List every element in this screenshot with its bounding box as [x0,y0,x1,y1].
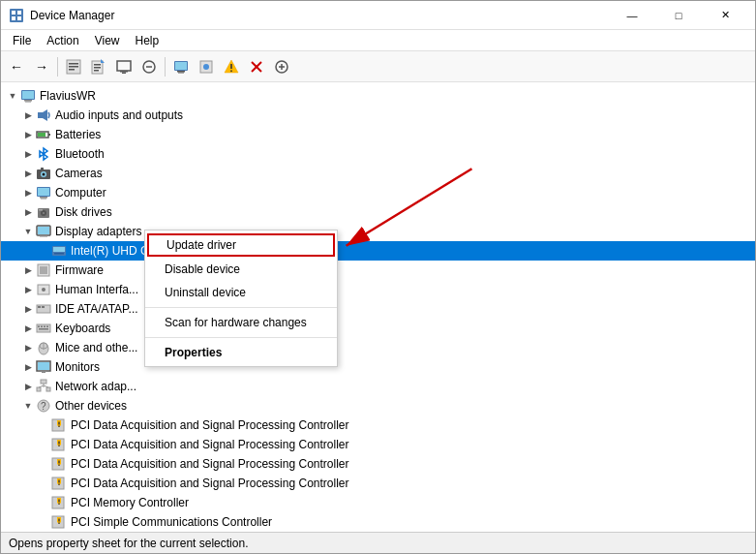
tree-panel[interactable]: ▼ FlaviusWR ▶ [1,82,755,532]
bluetooth-label: Bluetooth [55,147,105,161]
expand-computer: ▶ [20,185,36,200]
expand-hid: ▶ [20,282,36,297]
svg-rect-4 [17,16,21,20]
tree-hid[interactable]: ▶ Human Interfa... [1,280,755,299]
computer-node-icon [36,185,51,200]
tree-intel-gpu[interactable]: Intel(R) UHD Graphics 630 [1,241,755,261]
warning-device-icon-4 [51,476,67,491]
minimize-button[interactable]: — [610,1,654,30]
tree-pci2[interactable]: PCI Data Acquisition and Signal Processi… [1,435,755,454]
svg-rect-14 [117,61,131,71]
firmware-label: Firmware [55,263,104,277]
keyboards-label: Keyboards [55,322,110,335]
tree-bluetooth[interactable]: ▶ Bluetooth [1,144,755,164]
expand-mice: ▶ [20,340,36,355]
tree-cameras[interactable]: ▶ Cameras [1,164,755,183]
svg-rect-8 [69,69,75,71]
computer-icon [20,88,36,104]
tree-other[interactable]: ▼ ? Other devices [1,396,755,416]
toolbar-device[interactable] [195,55,218,78]
svg-rect-41 [38,133,45,137]
context-disable-device[interactable]: Disable device [145,258,337,281]
svg-rect-78 [38,362,49,370]
display-label: Display adapters [55,225,141,238]
tree-firmware[interactable]: ▶ Firmware [1,261,755,280]
tree-monitors[interactable]: ▶ Monitors [1,357,755,377]
toolbar-warning[interactable] [220,55,243,78]
tree-pci1[interactable]: PCI Data Acquisition and Signal Processi… [1,416,755,435]
tree-audio[interactable]: ▶ Audio inputs and outputs [1,106,755,125]
pci4-label: PCI Data Acquisition and Signal Processi… [71,477,348,490]
pci2-label: PCI Data Acquisition and Signal Processi… [71,438,348,451]
pci1-label: PCI Data Acquisition and Signal Processi… [71,418,348,432]
svg-rect-36 [25,102,31,103]
tree-pci3[interactable]: PCI Data Acquisition and Signal Processi… [1,454,755,474]
toolbar-computer[interactable] [169,55,193,78]
expand-firmware: ▶ [20,262,36,278]
tree-root[interactable]: ▼ FlaviusWR [1,86,755,106]
context-scan-changes[interactable]: Scan for hardware changes [145,311,337,334]
svg-point-24 [203,64,209,70]
svg-rect-46 [41,168,44,170]
svg-marker-38 [43,109,47,121]
menu-help[interactable]: Help [128,32,167,49]
tree-ide[interactable]: ▶ IDE ATA/ATAP... [1,299,755,319]
tree-display[interactable]: ▼ Display adapters [1,222,755,241]
menu-bar: File Action View Help [1,30,755,51]
svg-rect-49 [40,197,47,199]
tree-pci4[interactable]: PCI Data Acquisition and Signal Processi… [1,474,755,493]
toolbar-update[interactable] [87,55,110,78]
svg-rect-100 [58,465,59,466]
context-uninstall-device[interactable]: Uninstall device [145,281,337,304]
svg-rect-112 [58,523,59,524]
svg-rect-1 [12,11,15,15]
close-button[interactable]: ✕ [703,1,747,30]
toolbar-uninstall[interactable] [137,55,161,78]
toolbar-forward[interactable]: → [30,55,53,78]
menu-action[interactable]: Action [39,32,86,49]
svg-rect-59 [53,247,65,252]
menu-file[interactable]: File [5,32,39,49]
svg-rect-66 [38,306,41,308]
monitor-icon [36,359,51,375]
expand-network: ▶ [20,379,36,394]
tree-keyboards[interactable]: ▶ Keyboards [1,319,755,338]
svg-rect-40 [48,134,50,136]
svg-rect-57 [40,235,47,237]
toolbar-back[interactable]: ← [5,55,28,78]
context-update-driver[interactable]: Update driver [147,233,335,257]
network-icon [36,379,51,394]
tree-pci-mem[interactable]: PCI Memory Controller [1,493,755,512]
toolbar-add[interactable] [270,55,293,78]
toolbar-scan[interactable] [112,55,136,78]
bluetooth-icon [36,146,51,162]
tree-disk[interactable]: ▶ Disk drives [1,202,755,222]
svg-rect-80 [42,372,45,373]
expand-other: ▼ [20,398,36,414]
svg-rect-71 [44,326,45,328]
svg-rect-16 [122,72,126,74]
expand-ide: ▶ [20,301,36,317]
toolbar-remove[interactable] [245,55,268,78]
pci-mem-label: PCI Memory Controller [71,496,189,509]
battery-icon [36,127,51,142]
tree-batteries[interactable]: ▶ Batteries [1,125,755,144]
svg-rect-72 [46,326,48,328]
expand-bluetooth: ▶ [20,146,36,162]
svg-rect-103 [58,480,59,483]
tree-computer[interactable]: ▶ Computer [1,183,755,202]
maximize-button[interactable]: □ [656,1,701,30]
tree-pci-simple[interactable]: PCI Simple Communications Controller [1,512,755,532]
svg-rect-7 [69,66,78,68]
toolbar-properties[interactable] [62,55,85,78]
tree-mice[interactable]: ▶ Mice and othe... [1,338,755,357]
tree-network[interactable]: ▶ Network adap... [1,377,755,396]
svg-rect-70 [41,326,43,328]
expand-cameras: ▶ [20,166,36,181]
context-properties[interactable]: Properties [145,341,337,364]
ide-icon [36,301,51,317]
menu-view[interactable]: View [87,32,128,49]
computer-label: Computer [55,186,106,200]
svg-rect-21 [177,71,185,73]
hid-icon [36,282,51,297]
